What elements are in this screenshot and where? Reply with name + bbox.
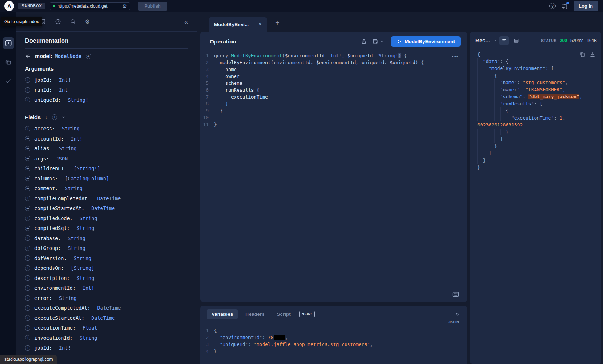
- field-row[interactable]: + dependsOn: [String]: [25, 263, 188, 273]
- code-line[interactable]: {: [477, 107, 596, 114]
- save-operation-button[interactable]: [372, 38, 384, 45]
- field-type[interactable]: String: [74, 255, 91, 261]
- field-row[interactable]: + access: String: [25, 124, 188, 134]
- code-line[interactable]: 2 "environmentId": 78,: [200, 334, 467, 341]
- add-to-query-icon[interactable]: +: [25, 206, 30, 211]
- add-to-query-icon[interactable]: +: [25, 295, 30, 301]
- operation-tab[interactable]: ModelByEnvi... ×: [209, 17, 267, 32]
- code-line[interactable]: ]: [477, 150, 596, 157]
- back-arrow-icon[interactable]: [25, 53, 31, 59]
- add-to-query-icon[interactable]: +: [25, 176, 30, 181]
- response-dropdown-chevron-icon[interactable]: [493, 38, 497, 43]
- field-type[interactable]: [String]: [71, 265, 94, 271]
- add-to-query-icon[interactable]: +: [25, 146, 30, 151]
- code-line[interactable]: "name": "stg_customers",: [477, 79, 596, 86]
- publish-button[interactable]: Publish: [138, 2, 167, 11]
- collapse-variables-icon[interactable]: [455, 311, 460, 317]
- code-line[interactable]: 3 name: [200, 66, 467, 73]
- code-line[interactable]: ]: [477, 135, 596, 143]
- field-row[interactable]: + compileCompletedAt: DateTime: [25, 193, 188, 204]
- run-operation-button[interactable]: ModelByEnvironment: [391, 36, 461, 47]
- sort-fields-icon[interactable]: ↓: [45, 114, 47, 120]
- keyboard-shortcuts-icon[interactable]: [452, 292, 459, 297]
- field-type[interactable]: DateTime: [97, 305, 121, 311]
- argument-type[interactable]: String!: [68, 97, 88, 103]
- code-line[interactable]: }: [477, 164, 596, 171]
- copy-icon[interactable]: [579, 51, 585, 57]
- code-line[interactable]: 4}: [200, 348, 467, 355]
- argument-row[interactable]: + runId: Int: [25, 85, 188, 95]
- field-type[interactable]: DateTime: [97, 196, 121, 201]
- field-row[interactable]: + dbtVersion: String: [25, 253, 188, 263]
- add-to-query-icon[interactable]: +: [25, 166, 30, 171]
- response-tree-view-button[interactable]: [499, 36, 509, 45]
- response-table-view-button[interactable]: [511, 36, 521, 45]
- code-line[interactable]: 9 }: [200, 107, 467, 114]
- collapse-docs-icon[interactable]: «: [184, 18, 197, 25]
- field-type[interactable]: Int!: [83, 285, 95, 291]
- code-line[interactable]: }: [477, 129, 596, 136]
- field-type[interactable]: String: [65, 185, 83, 191]
- field-type[interactable]: Float: [83, 325, 97, 331]
- rail-schema-button[interactable]: [3, 56, 14, 68]
- login-button[interactable]: Log in: [574, 1, 598, 11]
- add-to-query-icon[interactable]: +: [25, 226, 30, 231]
- download-icon[interactable]: [590, 51, 595, 57]
- field-row[interactable]: + executeCompletedAt: DateTime: [25, 303, 188, 313]
- code-line[interactable]: 1query ModelByEnvironment($environmentId…: [200, 52, 467, 59]
- add-to-query-icon[interactable]: +: [25, 136, 30, 141]
- operation-editor[interactable]: 1query ModelByEnvironment($environmentId…: [200, 49, 467, 128]
- code-line[interactable]: 8 }: [200, 100, 467, 107]
- tab-headers[interactable]: Headers: [240, 309, 269, 319]
- field-row[interactable]: + compiledCode: String: [25, 213, 188, 223]
- add-to-query-icon[interactable]: +: [25, 275, 30, 281]
- add-to-query-icon[interactable]: +: [25, 265, 30, 271]
- field-row[interactable]: + executionTime: Float: [25, 323, 188, 333]
- code-line[interactable]: 5 schema: [200, 80, 467, 87]
- code-line[interactable]: "executionTime": 1.: [477, 114, 596, 122]
- field-row[interactable]: + database: String: [25, 233, 188, 243]
- add-to-query-icon[interactable]: +: [25, 246, 30, 251]
- field-type[interactable]: [String!]: [74, 166, 100, 171]
- field-row[interactable]: + comment: String: [25, 184, 188, 194]
- field-row[interactable]: + error: String: [25, 293, 188, 303]
- field-type[interactable]: [CatalogColumn]: [65, 176, 109, 181]
- field-type[interactable]: DateTime: [91, 315, 115, 321]
- history-icon[interactable]: [55, 18, 61, 25]
- add-type-icon[interactable]: +: [86, 54, 91, 59]
- field-type[interactable]: String: [77, 225, 95, 231]
- tab-variables[interactable]: Variables: [207, 309, 238, 319]
- add-to-query-icon[interactable]: +: [25, 126, 30, 131]
- field-row[interactable]: + description: String: [25, 273, 188, 283]
- announcements-button[interactable]: [561, 3, 568, 9]
- code-line[interactable]: "schema": "dbt_mary_jackson",: [477, 93, 596, 100]
- field-type[interactable]: DateTime: [91, 205, 115, 211]
- field-type[interactable]: String: [62, 126, 80, 131]
- add-to-query-icon[interactable]: +: [25, 77, 30, 83]
- argument-row[interactable]: + uniqueId: String!: [25, 95, 188, 105]
- fields-options-chevron-icon[interactable]: [62, 115, 66, 119]
- field-row[interactable]: + childrenL1: [String!]: [25, 164, 188, 174]
- variables-editor[interactable]: 1{2 "environmentId": 78,3 "uniqueId": "m…: [200, 324, 467, 355]
- code-line[interactable]: }: [477, 157, 596, 164]
- code-line[interactable]: "data": {: [477, 58, 596, 65]
- field-row[interactable]: + args: JSON: [25, 154, 188, 164]
- add-to-query-icon[interactable]: +: [25, 87, 30, 93]
- add-to-query-icon[interactable]: +: [25, 335, 30, 340]
- field-row[interactable]: + alias: String: [25, 144, 188, 154]
- field-row[interactable]: + compileStartedAt: DateTime: [25, 204, 188, 214]
- field-type[interactable]: String: [80, 216, 97, 221]
- field-type[interactable]: Int!: [59, 345, 71, 351]
- field-type[interactable]: String: [68, 245, 85, 251]
- field-row[interactable]: + environmentId: Int!: [25, 283, 188, 293]
- graph-url-input[interactable]: https://metadata.cloud.get ⚙: [50, 2, 130, 10]
- field-row[interactable]: + dbtGroup: String: [25, 243, 188, 254]
- code-line[interactable]: 1{: [200, 327, 467, 334]
- help-icon[interactable]: ?: [549, 3, 556, 9]
- add-to-query-icon[interactable]: +: [25, 216, 30, 221]
- code-line[interactable]: 4 owner: [200, 73, 467, 80]
- field-row[interactable]: + invocationId: String: [25, 333, 188, 343]
- code-line[interactable]: }: [477, 143, 596, 150]
- add-to-query-icon[interactable]: +: [25, 156, 30, 161]
- code-line[interactable]: {: [477, 51, 596, 58]
